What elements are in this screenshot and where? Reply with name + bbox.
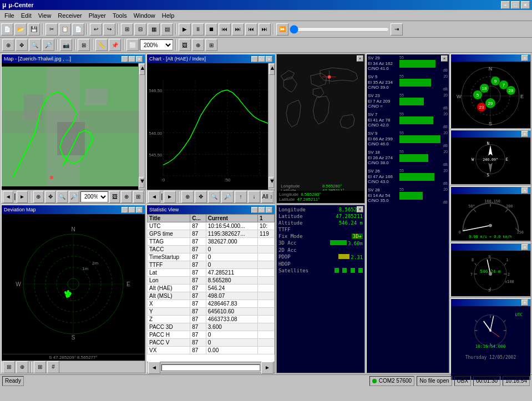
menu-tools[interactable]: Tools (109, 11, 130, 20)
next-button[interactable]: ⏭ (232, 23, 244, 35)
chart-yzoomin[interactable]: ↑ (235, 191, 247, 203)
chart-zoomin[interactable]: 🔍 (208, 191, 220, 203)
altitude-close[interactable]: × (521, 244, 528, 250)
heading-close[interactable]: × (521, 131, 528, 137)
copy-button[interactable]: 📋 (59, 23, 71, 35)
play-button[interactable]: ▶ (179, 23, 191, 35)
menu-edit[interactable]: Edit (18, 11, 35, 20)
zoom-dropdown[interactable]: 200%100%50% (140, 39, 173, 50)
dev-restore[interactable]: □ (129, 207, 135, 213)
chart-vscrollbar[interactable]: ▲ ▼ (268, 63, 275, 190)
map-fit[interactable]: ⊞ (133, 191, 144, 203)
chart-right[interactable]: ► (164, 191, 176, 203)
map-zoomin[interactable]: 🔍 (57, 191, 67, 203)
map-vscrollbar[interactable]: ▲ ▼ (138, 63, 145, 190)
sv-bars-close[interactable]: × (441, 55, 448, 62)
map-hscrollbar[interactable] (14, 194, 16, 200)
goto-button[interactable]: ⇥ (391, 23, 403, 35)
zoom-in-button[interactable]: 🔍 (29, 39, 41, 51)
zoom-fit-button[interactable]: ⬜ (126, 39, 139, 51)
menu-file[interactable]: File (1, 11, 18, 20)
clock-close[interactable]: × (521, 300, 528, 306)
waypoint-button[interactable]: 📌 (109, 39, 121, 51)
chart-hscroll[interactable] (161, 194, 163, 200)
map-zoom-select[interactable]: 200%100% (80, 191, 108, 202)
maximize-button[interactable]: □ (511, 1, 520, 9)
fit-button[interactable]: ⊞ (205, 39, 217, 51)
chart-yzoomout[interactable]: ↓ (248, 191, 260, 203)
chart-close[interactable]: × (266, 56, 272, 62)
dev-hash[interactable]: # (47, 361, 59, 373)
measure-button[interactable]: 📏 (95, 39, 108, 51)
sv-close-btn[interactable]: × (441, 55, 448, 62)
map-close[interactable]: × (136, 56, 143, 62)
forward-button[interactable]: ⏩ (276, 23, 288, 35)
dev-minimize[interactable]: _ (121, 207, 128, 213)
stat-hscroll[interactable] (161, 364, 260, 371)
map-zoomout[interactable]: 🔎 (69, 191, 79, 203)
tb-btn-b[interactable]: ⊟ (134, 23, 146, 35)
dev-cross[interactable]: ⊞ (34, 361, 46, 373)
map-move[interactable]: ✥ (45, 191, 55, 203)
stop-button[interactable]: ⏹ (205, 23, 217, 35)
cut-button[interactable]: ✂ (45, 23, 58, 35)
dev-center[interactable]: ⊕ (16, 361, 28, 373)
chart-restore[interactable]: □ (259, 56, 265, 62)
stat-close[interactable]: × (266, 207, 272, 213)
playback-slider[interactable] (290, 24, 389, 34)
stat-restore[interactable]: □ (259, 207, 265, 213)
tb-btn-c[interactable]: ▦ (148, 23, 160, 35)
center-button[interactable]: ⊕ (192, 39, 204, 51)
open-button[interactable]: 📂 (14, 23, 27, 35)
speed-close[interactable]: × (521, 187, 528, 194)
snapshot-button[interactable]: 📷 (60, 39, 72, 51)
gps-info-close[interactable]: × (357, 206, 363, 212)
map-restore[interactable]: □ (129, 56, 135, 62)
paste-button[interactable]: 📄 (72, 23, 84, 35)
map-tb-right[interactable]: ► (17, 191, 27, 203)
stat-scroll[interactable]: Title C... Current 1 UTC 87 10:16:54.000… (147, 214, 275, 362)
menu-receiver[interactable]: Receiver (54, 11, 85, 20)
map-cfg[interactable]: 🖼 (109, 191, 120, 203)
map-crosshair[interactable]: ⊕ (33, 191, 44, 203)
map-center[interactable]: ⊕ (121, 191, 131, 203)
map-tb-left[interactable]: ◄ (3, 191, 13, 203)
crosshair-button[interactable]: ⊕ (2, 39, 14, 51)
cfg-button[interactable]: 🖼 (179, 39, 191, 51)
save-button[interactable]: 💾 (28, 23, 40, 35)
world-close-btn[interactable]: × (357, 55, 363, 62)
chart-move[interactable]: ✥ (195, 191, 207, 203)
first-button[interactable]: ⏮ (245, 23, 257, 35)
menu-help[interactable]: Help (159, 11, 178, 20)
skyview-close[interactable]: × (521, 55, 528, 61)
undo-button[interactable]: ↩ (90, 23, 102, 35)
stat-minimize[interactable]: _ (251, 207, 258, 213)
menu-window[interactable]: Window (130, 11, 159, 20)
dev-close[interactable]: × (136, 207, 143, 213)
pause-button[interactable]: ⏸ (192, 23, 204, 35)
grid-button[interactable]: ⊞ (78, 39, 90, 51)
zoom-out-button[interactable]: 🔎 (42, 39, 54, 51)
tb-btn-a[interactable]: ⊞ (121, 23, 133, 35)
stat-left[interactable]: ◄ (148, 362, 160, 374)
chart-crosshair[interactable]: ⊕ (181, 191, 194, 203)
tb-btn-d[interactable]: ▤ (161, 23, 173, 35)
gps-close-btn[interactable]: × (357, 206, 363, 212)
dev-fit[interactable]: ⊞ (3, 361, 15, 373)
menu-view[interactable]: View (35, 11, 55, 20)
minimize-button[interactable]: − (501, 1, 510, 9)
chart-autoscale[interactable]: All ↕ (261, 191, 273, 203)
prev-button[interactable]: ⏮ (219, 23, 231, 35)
world-map-close[interactable]: × (357, 55, 363, 62)
last-button[interactable]: ⏭ (259, 23, 271, 35)
redo-button[interactable]: ↪ (103, 23, 115, 35)
new-button[interactable]: 📄 (1, 23, 13, 35)
move-button[interactable]: ✥ (16, 39, 28, 51)
stat-right[interactable]: ► (261, 362, 273, 374)
chart-zoomout[interactable]: 🔎 (221, 191, 234, 203)
close-button[interactable]: × (521, 1, 530, 9)
map-minimize[interactable]: _ (121, 56, 128, 62)
chart-minimize[interactable]: _ (251, 56, 258, 62)
chart-left[interactable]: ◄ (148, 191, 160, 203)
menu-player[interactable]: Player (85, 11, 109, 20)
